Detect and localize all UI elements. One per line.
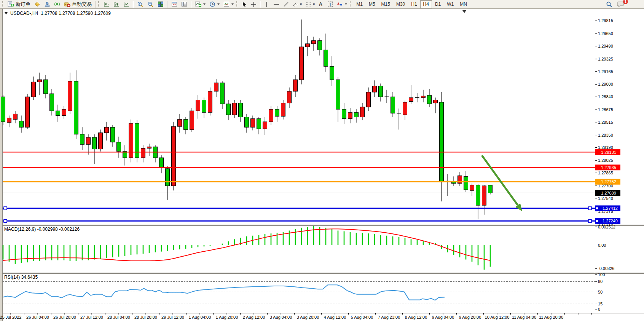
price-line-label: 1.27752 bbox=[601, 179, 616, 184]
add-indicator-button[interactable] bbox=[193, 0, 207, 8]
price-tick-label: 1.29325 bbox=[598, 57, 613, 61]
auto-trading-label: 自动交易 bbox=[72, 1, 92, 8]
price-tick-label: 1.27865 bbox=[598, 171, 613, 175]
toolbar-grip[interactable] bbox=[98, 1, 100, 7]
candle bbox=[99, 129, 103, 151]
zoom-out-icon bbox=[147, 1, 154, 7]
signals-button[interactable] bbox=[42, 0, 52, 8]
add-indicator-icon bbox=[195, 1, 201, 7]
price-tick-label: 1.29165 bbox=[598, 69, 613, 74]
community-button[interactable] bbox=[52, 0, 62, 8]
macd-pane-splitter[interactable] bbox=[3, 225, 644, 226]
tile-windows-button[interactable] bbox=[156, 0, 166, 8]
bar-chart-button[interactable] bbox=[102, 0, 112, 8]
navigator-button[interactable] bbox=[179, 0, 189, 8]
time-tick-label: 25 Jul 2022 bbox=[0, 315, 21, 319]
data-window-button[interactable] bbox=[169, 0, 179, 8]
main-toolbar: 新订单 bbox=[0, 0, 644, 9]
new-order-label: 新订单 bbox=[16, 1, 30, 8]
price-tick-label: 1.29650 bbox=[598, 31, 613, 36]
rsi-tick-label: 50 bbox=[598, 290, 603, 294]
timeframe-w1[interactable]: W1 bbox=[444, 0, 457, 8]
periods-button[interactable] bbox=[207, 0, 222, 8]
toolbar-separator bbox=[191, 1, 191, 8]
chart-title-bar[interactable]: USDCAD-,H4 1.27708 1.27708 1.27590 1.276… bbox=[5, 11, 111, 16]
tile-windows-icon bbox=[158, 1, 164, 7]
rsi-tick-label: 100 bbox=[598, 272, 605, 277]
text-button[interactable]: A bbox=[317, 0, 326, 8]
time-tick-label: 11 Aug 20:00 bbox=[539, 315, 563, 319]
line-chart-button[interactable] bbox=[121, 0, 131, 8]
price-tick-label: 1.28025 bbox=[598, 158, 613, 163]
new-order-button[interactable]: 新订单 bbox=[6, 0, 32, 8]
price-tick-label: 1.28840 bbox=[598, 94, 613, 99]
timeframe-m1[interactable]: M1 bbox=[353, 0, 366, 8]
rsi-tick-label: 80 bbox=[598, 279, 603, 284]
timeframe-m30[interactable]: M30 bbox=[393, 0, 408, 8]
signals-icon bbox=[44, 1, 50, 7]
notification-badge: 1 bbox=[623, 0, 628, 4]
horizontal-line-button[interactable] bbox=[271, 0, 281, 8]
chart-background[interactable] bbox=[3, 9, 644, 321]
time-tick-label: 27 Jul 12:00 bbox=[80, 315, 103, 319]
price-tick-label: 1.27540 bbox=[598, 196, 613, 201]
zoom-out-button[interactable] bbox=[145, 0, 156, 8]
chart-canvas[interactable]: 1.298151.296501.294901.293251.291651.290… bbox=[0, 0, 644, 321]
line-handle[interactable] bbox=[588, 207, 591, 210]
text-label-button[interactable]: T bbox=[326, 0, 335, 8]
timeframe-h1[interactable]: H1 bbox=[408, 0, 420, 8]
fibonacci-button[interactable]: F bbox=[304, 0, 317, 8]
time-tick-label: 9 Aug 20:00 bbox=[459, 315, 481, 319]
crosshair-button[interactable] bbox=[249, 0, 258, 8]
line-handle[interactable] bbox=[4, 207, 7, 210]
channel-button[interactable]: E bbox=[291, 0, 304, 8]
timeframe-h4[interactable]: H4 bbox=[420, 0, 432, 8]
candle bbox=[129, 120, 133, 163]
notifications-button[interactable]: 1 bbox=[615, 0, 626, 8]
auto-trading-icon bbox=[64, 1, 70, 7]
vertical-line-button[interactable] bbox=[262, 0, 271, 8]
auto-trading-button[interactable]: 自动交易 bbox=[62, 0, 94, 8]
chevron-down-icon bbox=[203, 3, 206, 5]
market-watch-button[interactable] bbox=[32, 0, 42, 8]
macd-tick-label: -0.00326 bbox=[598, 266, 614, 271]
zoom-in-button[interactable] bbox=[135, 0, 145, 8]
price-line-label: 1.27609 bbox=[601, 191, 616, 195]
price-tick-label: 1.28515 bbox=[598, 120, 613, 125]
toolbar-grip[interactable] bbox=[2, 1, 4, 7]
timeframe-m15[interactable]: M15 bbox=[378, 0, 393, 8]
line-handle[interactable] bbox=[4, 219, 7, 222]
time-tick-label: 11 Aug 04:00 bbox=[512, 315, 536, 319]
zoom-in-icon bbox=[137, 1, 143, 7]
trendline-button[interactable] bbox=[281, 0, 291, 8]
macd-tick-label: 0.00 bbox=[598, 243, 606, 248]
timeframe-m5[interactable]: M5 bbox=[366, 0, 378, 8]
toolbar-grip[interactable] bbox=[236, 1, 238, 7]
timeframe-d1[interactable]: D1 bbox=[432, 0, 444, 8]
search-button[interactable] bbox=[604, 0, 614, 8]
timeframe-toolbar: M1 M5 M15 M30 H1 H4 D1 W1 MN bbox=[353, 0, 470, 8]
timeframe-mn[interactable]: MN bbox=[457, 0, 470, 8]
candle bbox=[135, 120, 139, 163]
candlestick-chart-button[interactable] bbox=[112, 0, 121, 8]
arrows-button[interactable] bbox=[335, 0, 349, 8]
templates-button[interactable] bbox=[222, 0, 236, 8]
cursor-button[interactable] bbox=[240, 0, 249, 8]
macd-tick-label: 0.002512 bbox=[598, 225, 615, 229]
rsi-tick-label: 15 bbox=[598, 302, 603, 306]
time-tick-label: 3 Aug 04:00 bbox=[270, 315, 292, 319]
candle bbox=[172, 122, 176, 190]
time-tick-label: 7 Aug 23:00 bbox=[378, 315, 400, 319]
price-tick-label: 1.29000 bbox=[598, 82, 613, 86]
chart-menu-icon[interactable] bbox=[5, 12, 8, 14]
candle bbox=[26, 94, 30, 129]
arrows-icon bbox=[337, 2, 343, 7]
toolbar-separator bbox=[133, 1, 134, 8]
time-tick-label: 1 Aug 20:00 bbox=[216, 315, 238, 319]
navigator-icon bbox=[181, 1, 187, 7]
line-handle[interactable] bbox=[588, 219, 591, 222]
toolbar-grip[interactable] bbox=[350, 1, 352, 7]
price-line-label: 1.28131 bbox=[601, 150, 616, 155]
channel-icon bbox=[293, 2, 298, 7]
rsi-pane-splitter[interactable] bbox=[3, 273, 644, 274]
